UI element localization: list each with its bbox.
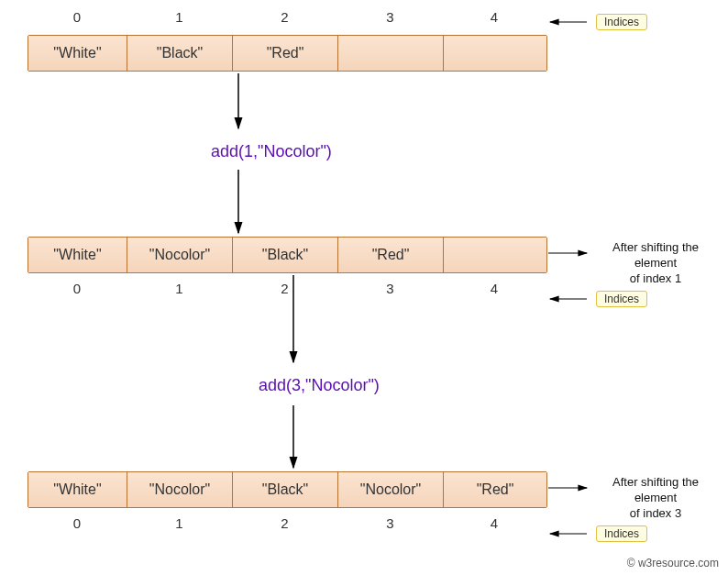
annotation-line-2a: After shifting the element (612, 475, 699, 504)
indices-badge-mid: Indices (596, 291, 647, 307)
index-row-bottom: 01234 (28, 515, 546, 531)
annotation-after-shift-2: After shifting the element of index 3 (591, 475, 720, 522)
index-bot-4: 4 (443, 515, 546, 531)
index-top-1: 1 (127, 9, 232, 25)
array1-cell-4 (444, 36, 546, 71)
index-mid-2: 2 (232, 281, 337, 296)
array3-cell-3: "Nocolor" (338, 472, 444, 507)
annotation-line-1b: of index 1 (630, 271, 681, 285)
array3-cell-0: "White" (28, 472, 127, 507)
index-mid-3: 3 (337, 281, 443, 296)
index-bot-3: 3 (337, 515, 443, 531)
method-call-2: add(3,"Nocolor") (259, 376, 380, 395)
annotation-line-2b: of index 3 (630, 506, 681, 520)
array1-cell-2: "Red" (233, 36, 338, 71)
index-bot-0: 0 (28, 515, 127, 531)
array3-cell-1: "Nocolor" (127, 472, 233, 507)
array-row-1: "White""Black""Red" (28, 35, 547, 72)
indices-badge-top: Indices (596, 14, 647, 30)
index-mid-4: 4 (443, 281, 546, 296)
array2-cell-1: "Nocolor" (127, 238, 233, 272)
array-row-3: "White""Nocolor""Black""Nocolor""Red" (28, 471, 547, 508)
annotation-line-1a: After shifting the element (612, 240, 699, 270)
index-row-mid: 01234 (28, 281, 546, 296)
array2-cell-4 (444, 238, 546, 272)
array1-cell-3 (338, 36, 444, 71)
array1-cell-1: "Black" (127, 36, 233, 71)
index-bot-1: 1 (127, 515, 232, 531)
index-bot-2: 2 (232, 515, 337, 531)
index-top-0: 0 (28, 9, 127, 25)
indices-badge-bottom: Indices (596, 525, 647, 542)
array2-cell-0: "White" (28, 238, 127, 272)
array1-cell-0: "White" (28, 36, 127, 71)
array3-cell-2: "Black" (233, 472, 338, 507)
array2-cell-2: "Black" (233, 238, 338, 272)
array-row-2: "White""Nocolor""Black""Red" (28, 237, 547, 273)
arraylist-insert-diagram: 01234 Indices "White""Black""Red" add(1,… (0, 0, 728, 575)
array2-cell-3: "Red" (338, 238, 444, 272)
annotation-after-shift-1: After shifting the element of index 1 (591, 240, 720, 287)
index-top-3: 3 (337, 9, 443, 25)
index-row-top: 01234 (28, 9, 546, 25)
index-mid-1: 1 (127, 281, 232, 296)
array3-cell-4: "Red" (444, 472, 546, 507)
index-mid-0: 0 (28, 281, 127, 296)
footer-credit: © w3resource.com (627, 557, 719, 569)
index-top-4: 4 (443, 9, 546, 25)
index-top-2: 2 (232, 9, 337, 25)
method-call-1: add(1,"Nocolor") (211, 142, 332, 161)
